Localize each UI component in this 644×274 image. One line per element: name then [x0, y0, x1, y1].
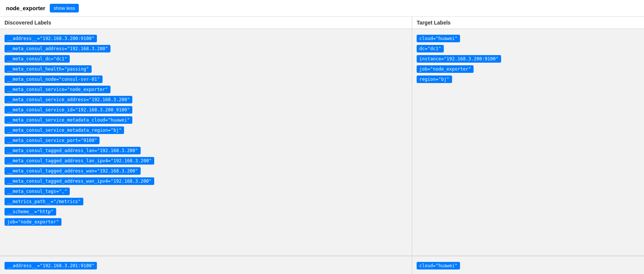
bottom-target-label-tag: cloud="huawei"	[417, 262, 460, 269]
discovered-label-tag: __meta_consul_service_metadata_cloud="hu…	[5, 116, 132, 124]
target-label-tag: dc="dc1"	[417, 45, 444, 52]
bottom-discovered-labels: __address__="192.168.3.201:9100"	[0, 256, 412, 274]
show-less-button[interactable]: show less	[50, 4, 79, 12]
discovered-label-tag: __meta_consul_service_port="9100"	[5, 137, 100, 144]
discovered-label-tag: __meta_consul_address="192.168.3.200"	[5, 45, 110, 52]
discovered-label-tag: __meta_consul_node="consul-svr-01"	[5, 75, 103, 83]
labels-table: Discovered Labels __address__="192.168.3…	[0, 17, 644, 256]
discovered-label-tag: __meta_consul_service_id="192.168.3.200_…	[5, 106, 132, 114]
discovered-label-tag: __meta_consul_tagged_address_lan_ipv4="1…	[5, 157, 154, 165]
discovered-label-tag: __meta_consul_tagged_address_wan="192.16…	[5, 167, 141, 175]
discovered-label-tag: __meta_consul_tagged_address_wan_ipv4="1…	[5, 177, 154, 185]
discovered-labels-column: Discovered Labels __address__="192.168.3…	[0, 17, 412, 256]
page-header: node_exporter show less	[0, 0, 644, 17]
bottom-target-labels: cloud="huawei"	[412, 256, 644, 274]
discovered-label-tag: __meta_consul_tags=","	[5, 188, 70, 195]
bottom-row: __address__="192.168.3.201:9100" cloud="…	[0, 256, 644, 274]
discovered-label-tag: __meta_consul_dc="dc1"	[5, 55, 70, 63]
discovered-label-tag: __scheme__="http"	[5, 208, 56, 216]
discovered-label-tag: __meta_consul_service_metadata_region="b…	[5, 126, 124, 134]
discovered-label-tag: __meta_consul_service="node_exporter"	[5, 86, 110, 93]
target-label-tag: cloud="huawei"	[417, 35, 460, 42]
target-label-tag: job="node_exporter"	[417, 65, 474, 73]
discovered-labels-body: __address__="192.168.3.200:9100"__meta_c…	[0, 29, 412, 256]
target-label-tag: instance="192.168.3.200:9100"	[417, 55, 501, 63]
discovered-label-tag: __meta_consul_health="passing"	[5, 65, 92, 73]
discovered-label-tag: __meta_consul_tagged_address_lan="192.16…	[5, 147, 141, 154]
target-labels-column: Target Labels cloud="huawei"dc="dc1"inst…	[412, 17, 644, 256]
target-labels-body: cloud="huawei"dc="dc1"instance="192.168.…	[412, 29, 644, 256]
page-title: node_exporter	[6, 5, 45, 11]
discovered-label-tag: job="node_exporter"	[5, 218, 61, 226]
discovered-labels-header: Discovered Labels	[0, 17, 412, 29]
discovered-label-tag: __metrics_path__="/metrics"	[5, 198, 83, 205]
discovered-label-tag: __address__="192.168.3.200:9100"	[5, 35, 97, 42]
target-label-tag: region="bj"	[417, 75, 452, 83]
discovered-label-tag: __meta_consul_service_address="192.168.3…	[5, 96, 132, 103]
target-labels-header: Target Labels	[412, 17, 644, 29]
bottom-discovered-label-tag: __address__="192.168.3.201:9100"	[5, 262, 97, 269]
